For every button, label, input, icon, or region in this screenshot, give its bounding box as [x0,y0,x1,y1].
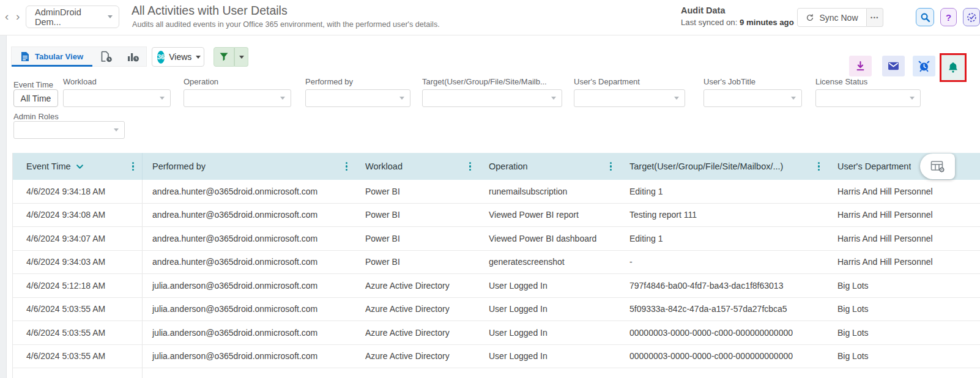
cell: Power BI [355,204,479,227]
cell: Azure Active Directory [355,298,479,321]
table-row[interactable]: 4/6/2024 9:34:08 AMandrea.hunter@o365dro… [13,204,980,228]
chevron-down-icon [910,97,915,100]
cell: User Logged In [479,274,620,297]
column-header-event-time[interactable]: Event Time [13,153,143,180]
filter-value-button[interactable]: All Time [13,89,58,107]
filter-performed-by: Performed by [305,77,410,109]
tab-tabular-view[interactable]: Tabular View [12,47,92,66]
filter-dropdown[interactable] [13,121,125,139]
chevron-down-icon [791,97,796,100]
cell: 4/6/2024 9:34:18 AM [13,180,143,203]
table-row[interactable]: 4/6/2024 5:03:55 AMjulia.anderson@o365dr… [13,298,980,322]
views-dropdown-button[interactable]: 36 Views [152,47,204,67]
filter-button[interactable] [213,47,234,67]
column-header-operation[interactable]: Operation [479,153,620,180]
cell: andrea.hunter@o365droid.onmicrosoft.com [143,180,355,203]
column-menu-icon[interactable] [469,162,471,171]
tab-scheduled-charts[interactable] [119,47,146,66]
filter-dropdown[interactable] [422,89,562,107]
cell: 00000003-0000-0000-c000-000000000000 [620,345,828,368]
cell: andrea.hunter@o365droid.onmicrosoft.com [143,204,355,227]
cell: runemailsubscription [479,180,620,203]
cell: User Logged In [479,345,620,368]
cell: 4/6/2024 5:12:18 AM [13,274,143,297]
cell: Big Lots [828,298,980,321]
column-menu-icon[interactable] [132,162,134,171]
filter-label: Event Time [13,80,58,89]
filter-user-s-department: User's Department [574,77,685,109]
workspace-name: AdminDroid Dem... [35,7,108,27]
question-mark-icon: ? [946,12,951,23]
cell: Harris And Hill Personnel [828,227,980,250]
chevron-down-icon [239,56,244,59]
filter-options-button[interactable] [234,47,248,67]
filter-dropdown[interactable] [184,89,291,107]
alert-bell-button[interactable] [941,55,965,80]
chevron-down-icon [399,97,404,100]
column-header-workload[interactable]: Workload [355,153,479,180]
filter-dropdown[interactable] [703,89,802,107]
chevron-down-icon [108,15,113,18]
sort-descending-icon [76,165,83,169]
audit-table: Event TimePerformed byWorkloadOperationT… [12,153,980,378]
table-row[interactable]: 4/6/2024 9:34:03 AMandrea.hunter@o365dro… [13,251,980,275]
column-menu-icon[interactable] [818,162,820,171]
cell: Testing report 111 [620,204,828,227]
column-header-performed-by[interactable]: Performed by [143,153,355,180]
search-icon [920,12,930,23]
tab-scheduled-export[interactable] [92,47,119,66]
left-gutter [0,35,7,378]
column-header-target-user-group-file-site-mailbox[interactable]: Target(User/Group/File/Site/Mailbox/...) [620,153,828,180]
workspace-selector[interactable]: AdminDroid Dem... [26,6,119,28]
column-header-label: User's Department [837,161,911,171]
table-gear-icon [930,160,945,173]
filter-label: License Status [815,77,921,86]
column-menu-icon[interactable] [346,162,347,171]
cell: - [620,251,828,274]
table-row[interactable]: 4/6/2024 5:03:55 AMjulia.anderson@o365dr… [13,321,980,345]
schedule-status-button[interactable] [963,8,980,26]
cell: Power BI [355,227,479,250]
cell: julia.anderson@o365droid.onmicrosoft.com [143,321,355,344]
filter-dropdown[interactable] [815,89,921,107]
email-report-button[interactable] [882,56,905,76]
nav-forward-icon[interactable]: › [16,9,20,24]
column-header-user-s-department[interactable]: User's Department [828,153,980,180]
cell: generatescreenshot [479,251,620,274]
cell: 4/6/2024 5:03:55 AM [13,298,143,321]
cell: 4/6/2024 9:34:08 AM [13,204,143,227]
cell: 5f09333a-842c-47da-a157-57da27fcbca5 [620,298,828,321]
sync-more-options-button[interactable]: ••• [867,8,883,27]
bell-icon [948,62,959,73]
table-row[interactable]: 4/6/2024 5:12:18 AMjulia.anderson@o365dr… [13,274,980,298]
views-count-badge: 36 [157,51,165,64]
table-body: 4/6/2024 9:34:18 AMandrea.hunter@o365dro… [13,180,980,378]
table-row[interactable]: 4/6/2024 9:34:07 AMandrea.hunter@o365dro… [13,227,980,251]
chevron-down-icon [114,128,119,132]
column-menu-icon[interactable] [610,162,612,171]
cell: Harris And Hill Personnel [828,251,980,274]
cell: Viewed Power BI report [479,204,620,227]
help-button[interactable]: ? [940,8,957,26]
sync-now-button[interactable]: Sync Now [797,8,867,27]
column-settings-button[interactable] [920,154,955,179]
clock-check-icon [967,12,977,23]
cell: julia.anderson@o365droid.onmicrosoft.com [143,298,355,321]
search-button[interactable] [916,8,934,26]
export-download-button[interactable] [849,56,872,76]
filter-dropdown[interactable] [305,89,410,107]
column-header-label: Workload [365,161,403,171]
table-row[interactable]: 4/6/2024 5:03:55 AMjulia.anderson@o365dr… [13,345,980,369]
audit-data-label: Audit Data [681,6,794,15]
document-clock-icon [100,51,113,62]
cell: 4/6/2024 9:34:07 AM [13,227,143,250]
filter-dropdown[interactable] [574,89,685,107]
schedule-report-button[interactable] [913,56,935,76]
nav-back-icon[interactable]: ‹ [5,9,9,24]
filter-dropdown[interactable] [63,89,171,107]
alarm-clock-icon [918,61,930,72]
cell: Azure Active Directory [355,321,479,344]
filter-license-status: License Status [815,77,921,109]
cell [13,368,143,378]
table-row[interactable]: 4/6/2024 9:34:18 AMandrea.hunter@o365dro… [13,180,980,204]
